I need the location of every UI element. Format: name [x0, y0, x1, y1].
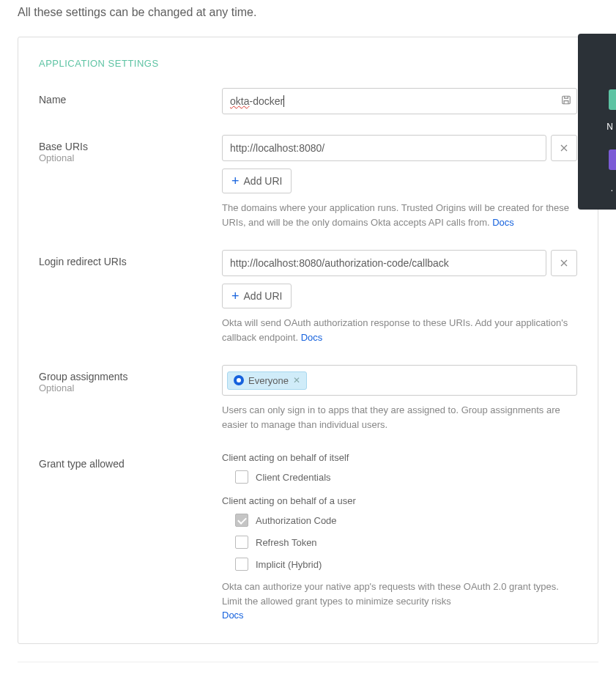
label-refresh-token: Refresh Token: [256, 537, 317, 548]
group-helper: Users can only sign in to apps that they…: [222, 403, 577, 432]
settings-panel: APPLICATION SETTINGS Name okta-docker Ba…: [18, 37, 598, 644]
base-uris-helper: The domains where your application runs.…: [222, 201, 577, 229]
grant-label: Grant type allowed: [39, 458, 222, 470]
remove-login-uri-0-button[interactable]: [551, 250, 577, 276]
grant-self-heading: Client acting on behalf of itself: [222, 452, 577, 463]
side-text-2: .: [611, 183, 613, 193]
row-group: Group assignments Optional Everyone ✕ Us…: [39, 365, 577, 432]
checkbox-implicit[interactable]: [235, 558, 248, 571]
side-pill-green: [609, 89, 616, 110]
close-icon: [560, 144, 568, 152]
side-panel: N .: [578, 34, 616, 210]
base-uri-input-0[interactable]: [222, 135, 546, 161]
base-uris-optional: Optional: [39, 152, 222, 163]
grant-user-option-2: Implicit (Hybrid): [235, 558, 577, 571]
row-grant: Grant type allowed Client acting on beha…: [39, 452, 577, 623]
row-login-uris: Login redirect URIs + Add URI Okta will …: [39, 250, 577, 344]
login-uris-label: Login redirect URIs: [39, 256, 222, 267]
login-uris-helper: Okta will send OAuth authorization respo…: [222, 316, 577, 344]
svg-rect-0: [563, 96, 571, 104]
checkbox-authorization-code[interactable]: [235, 514, 248, 527]
grant-user-option-0: Authorization Code: [235, 514, 577, 527]
remove-base-uri-0-button[interactable]: [551, 135, 577, 161]
close-icon: [560, 259, 568, 267]
grant-user-heading: Client acting on behalf of a user: [222, 495, 577, 506]
login-uris-docs-link[interactable]: Docs: [301, 332, 323, 343]
add-base-uri-button[interactable]: + Add URI: [222, 169, 292, 193]
side-text-1: N: [606, 122, 613, 132]
name-input[interactable]: okta-docker: [222, 88, 577, 114]
checkbox-refresh-token[interactable]: [235, 536, 248, 549]
group-label: Group assignments: [39, 371, 222, 382]
plus-icon: +: [231, 289, 240, 303]
base-uris-docs-link[interactable]: Docs: [492, 217, 514, 228]
label-client-credentials: Client Credentials: [256, 472, 331, 483]
name-label: Name: [39, 94, 222, 106]
group-circle-icon: [234, 375, 244, 385]
label-authorization-code: Authorization Code: [256, 515, 337, 526]
grant-docs-link[interactable]: Docs: [222, 610, 244, 621]
row-base-uris: Base URIs Optional + Add URI The domains…: [39, 135, 577, 229]
grant-helper: Okta can authorize your native app's req…: [222, 580, 577, 623]
add-base-uri-label: Add URI: [244, 175, 283, 187]
plus-icon: +: [231, 174, 240, 188]
base-uris-label: Base URIs: [39, 141, 222, 152]
group-tag-label: Everyone: [248, 375, 289, 386]
group-tag-everyone: Everyone ✕: [227, 371, 307, 390]
save-indicator-icon: [561, 95, 571, 108]
group-tag-input[interactable]: Everyone ✕: [222, 365, 577, 396]
section-title: APPLICATION SETTINGS: [39, 58, 577, 69]
add-login-uri-button[interactable]: + Add URI: [222, 284, 292, 308]
grant-self-option-0: Client Credentials: [235, 470, 577, 484]
intro-text: All these settings can be changed at any…: [18, 6, 598, 19]
checkbox-client-credentials[interactable]: [235, 470, 248, 484]
group-optional: Optional: [39, 382, 222, 393]
side-pill-purple: [609, 149, 616, 170]
grant-user-option-1: Refresh Token: [235, 536, 577, 549]
label-implicit: Implicit (Hybrid): [256, 559, 322, 570]
text-cursor: [283, 95, 284, 107]
login-uri-input-0[interactable]: [222, 250, 546, 276]
remove-group-tag-button[interactable]: ✕: [293, 375, 300, 385]
add-login-uri-label: Add URI: [244, 290, 283, 302]
row-name: Name okta-docker: [39, 88, 577, 114]
